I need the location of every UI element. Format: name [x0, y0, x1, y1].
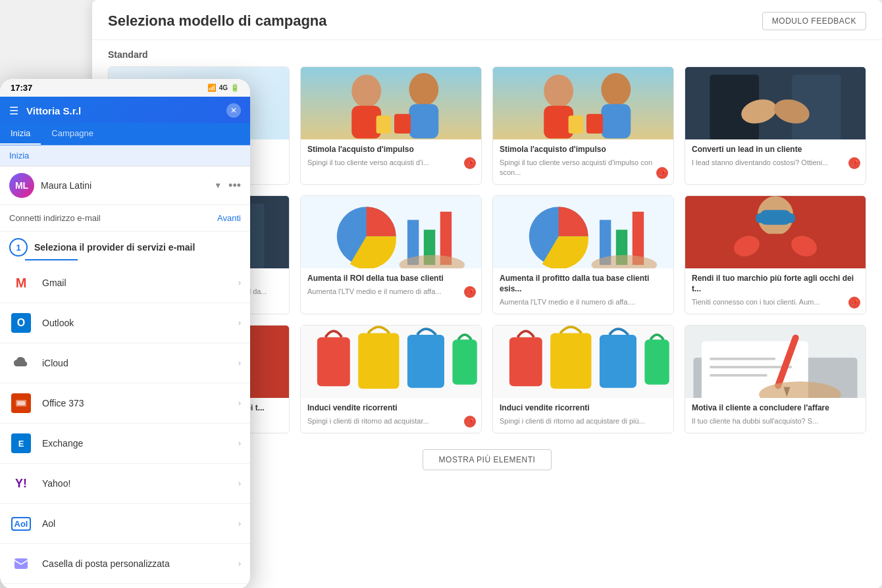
- card-desc: Il tuo cliente ha dubbi sull'acquisto? S…: [692, 416, 859, 426]
- svg-rect-73: [17, 401, 25, 405]
- provider-name: Gmail: [42, 278, 229, 288]
- provider-item-icloud[interactable]: iCloud ›: [0, 343, 250, 383]
- page-title: Seleziona modello di campagna: [108, 12, 327, 30]
- card-title: Stimola l'acquisto d'impulso: [307, 145, 475, 155]
- chevron-right-icon: ›: [238, 318, 241, 328]
- card-image: [493, 196, 673, 268]
- card-title: Rendi il tuo marchio più forte agli occh…: [692, 274, 859, 294]
- campaign-card[interactable]: Converti un lead in un cliente I lead st…: [685, 66, 866, 185]
- app-nav-bar: ☰ Vittoria S.r.l ✕: [0, 97, 250, 123]
- provider-item-outlook[interactable]: O Outlook ›: [0, 303, 250, 343]
- svg-rect-54: [317, 337, 350, 387]
- card-image: [493, 326, 673, 398]
- provider-item-gmail[interactable]: M Gmail ›: [0, 263, 250, 303]
- card-desc: I lead stanno diventando costosi? Ottien…: [692, 158, 859, 168]
- campaign-card[interactable]: Induci vendite ricorrenti Spingi i clien…: [492, 325, 674, 433]
- status-bar: 17:37 📶 4G 🔋: [0, 79, 250, 97]
- provider-name: Yahoo!: [42, 478, 229, 489]
- exchange-icon: E: [9, 431, 33, 455]
- campaign-card[interactable]: Induci vendite ricorrenti Spingi i clien…: [300, 325, 482, 433]
- svg-rect-39: [759, 210, 792, 225]
- svg-rect-5: [409, 104, 438, 138]
- mobile-tabs: Inizia Campagne: [0, 123, 250, 145]
- avatar: ML: [9, 173, 34, 198]
- provider-item-aol[interactable]: Aol Aol ›: [0, 504, 250, 544]
- crm-header: Seleziona modello di campagna MODULO FEE…: [92, 0, 882, 40]
- chevron-down-icon: ▼: [214, 181, 222, 190]
- chevron-right-icon: ›: [238, 399, 241, 408]
- inizia-bar: Inizia: [0, 145, 250, 166]
- svg-rect-13: [569, 116, 583, 134]
- card-body: Motiva il cliente a concludere l'affare …: [685, 398, 866, 433]
- card-title: Aumenta il ROI della tua base clienti: [307, 274, 475, 284]
- connect-email-label: Connetti indirizzo e-mail: [9, 213, 101, 223]
- svg-rect-59: [509, 337, 542, 387]
- step-label: Seleziona il provider di servizi e-mail: [34, 242, 241, 253]
- card-desc: Spingi il tuo cliente verso acquisti d'i…: [500, 158, 667, 178]
- provider-item-yahoo[interactable]: Y! Yahoo! ›: [0, 464, 250, 504]
- provider-name: Office 373: [42, 398, 229, 408]
- card-title: Induci vendite ricorrenti: [500, 403, 667, 414]
- feedback-button[interactable]: MODULO FEEDBACK: [762, 12, 866, 30]
- aol-icon: Aol: [9, 512, 33, 535]
- svg-rect-42: [758, 234, 794, 268]
- step-underline: [25, 259, 78, 260]
- card-desc: Spingi i clienti di ritorno ad acquistar…: [500, 416, 667, 426]
- show-more-button[interactable]: MOSTRA PIÙ ELEMENTI: [423, 449, 552, 470]
- chevron-right-icon: ›: [238, 439, 241, 448]
- campaign-card[interactable]: Stimola l'acquisto d'impulso Spingi il t…: [300, 66, 482, 185]
- inizia-label: Inizia: [9, 151, 29, 160]
- card-title: Induci vendite ricorrenti: [307, 403, 475, 414]
- svg-point-2: [351, 74, 381, 107]
- card-title: Motiva il cliente a concludere l'affare: [692, 403, 859, 414]
- tab-inizia[interactable]: Inizia: [0, 123, 41, 145]
- svg-rect-14: [586, 114, 603, 134]
- svg-rect-40: [756, 214, 764, 224]
- card-body: Rendi il tuo marchio più forte agli occh…: [685, 268, 866, 314]
- svg-rect-6: [376, 116, 391, 134]
- pin-icon: 📌: [464, 416, 476, 428]
- campaign-card[interactable]: Aumenta il profitto dalla tua base clien…: [492, 195, 674, 314]
- card-image: [301, 196, 481, 268]
- battery-icon: 🔋: [230, 84, 240, 92]
- provider-item-exchange[interactable]: E Exchange ›: [0, 424, 250, 464]
- pin-icon: 📌: [464, 157, 476, 169]
- chevron-right-icon: ›: [238, 559, 241, 568]
- tab-campagne[interactable]: Campagne: [41, 123, 104, 145]
- svg-rect-67: [710, 366, 792, 368]
- svg-rect-12: [601, 104, 631, 138]
- svg-point-9: [544, 74, 573, 107]
- avanti-button[interactable]: Avanti: [217, 213, 241, 223]
- provider-item-custom[interactable]: Casella di posta personalizzata ›: [0, 544, 250, 584]
- provider-name: Casella di posta personalizzata: [42, 558, 229, 569]
- svg-rect-57: [452, 339, 477, 385]
- card-title: Stimola l'acquisto d'impulso: [500, 145, 667, 155]
- provider-item-office373[interactable]: Office 373 ›: [0, 383, 250, 424]
- wifi-icon: 📶: [207, 84, 217, 92]
- campaign-card[interactable]: Motiva il cliente a concludere l'affare …: [685, 325, 866, 433]
- card-desc: Spingi i clienti di ritorno ad acquistar…: [307, 416, 475, 426]
- close-button[interactable]: ✕: [226, 103, 241, 118]
- hamburger-icon[interactable]: ☰: [9, 105, 18, 117]
- provider-name: Outlook: [42, 318, 229, 328]
- campaign-card[interactable]: Stimola l'acquisto d'impulso Spingi il t…: [492, 66, 674, 185]
- svg-rect-7: [394, 114, 411, 134]
- card-body: Aumenta il profitto dalla tua base clien…: [493, 268, 673, 314]
- card-body: Stimola l'acquisto d'impulso Spingi il t…: [493, 139, 673, 184]
- campaign-card[interactable]: Aumenta il ROI della tua base clienti Au…: [300, 195, 482, 314]
- step-header: Connetti indirizzo e-mail Avanti: [0, 205, 250, 232]
- section-standard-label: Standard: [92, 40, 882, 66]
- chevron-right-icon: ›: [238, 479, 241, 488]
- card-image: [301, 326, 481, 398]
- card-body: Converti un lead in un cliente I lead st…: [685, 139, 866, 174]
- provider-name: Aol: [42, 518, 229, 529]
- svg-rect-41: [787, 214, 794, 224]
- outlook-icon: O: [9, 311, 33, 335]
- mobile-overlay: 17:37 📶 4G 🔋 ☰ Vittoria S.r.l ✕ Inizia C…: [0, 79, 250, 588]
- card-image: [685, 67, 866, 139]
- svg-rect-61: [600, 335, 636, 388]
- step-circle: 1: [9, 238, 28, 257]
- campaign-card[interactable]: Rendi il tuo marchio più forte agli occh…: [685, 195, 866, 314]
- yahoo-icon: Y!: [9, 472, 33, 495]
- more-options-icon[interactable]: •••: [228, 179, 241, 193]
